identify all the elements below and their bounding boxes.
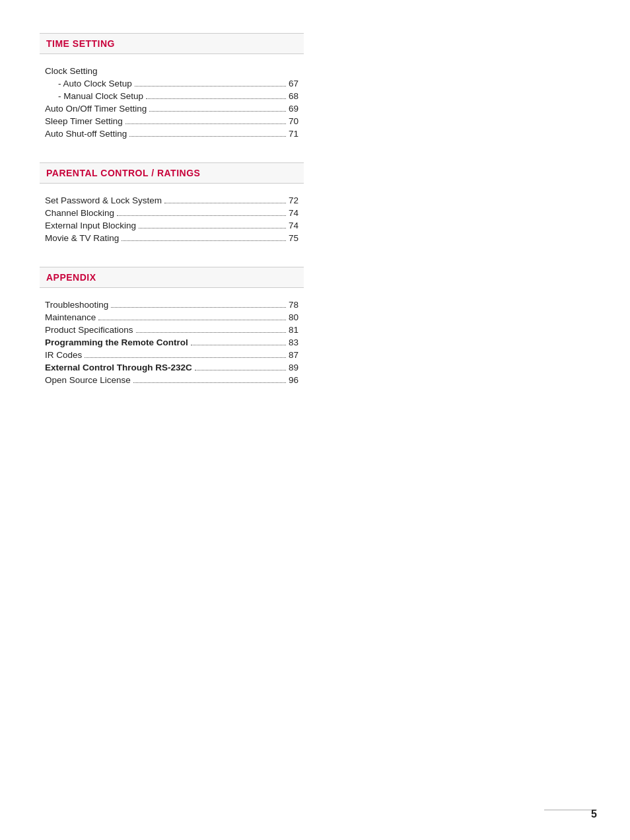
toc-group-parental-control: Set Password & Lock System72Channel Bloc… — [40, 195, 304, 243]
toc-dots — [85, 357, 286, 358]
toc-dots — [149, 111, 286, 112]
toc-dots — [122, 240, 286, 241]
section-title-parental-control: PARENTAL CONTROL / RATINGS — [46, 168, 200, 178]
toc-dots — [136, 332, 286, 333]
toc-dots — [133, 382, 286, 383]
toc-entry-label: Channel Blocking — [45, 208, 114, 218]
toc-entry-label: Auto Shut-off Setting — [45, 129, 127, 139]
section-header-time-setting: TIME SETTING — [40, 33, 304, 54]
toc-page-number: 75 — [289, 233, 298, 243]
page-container: TIME SETTINGClock Setting- Auto Clock Se… — [0, 0, 343, 448]
toc-page-number: 67 — [289, 79, 298, 88]
toc-dots — [129, 136, 286, 137]
toc-entry-label: IR Codes — [45, 350, 82, 360]
toc-dots — [111, 307, 286, 308]
toc-entry-label: Auto On/Off Timer Setting — [45, 104, 147, 114]
toc-dots — [195, 370, 286, 370]
section-parental-control: PARENTAL CONTROL / RATINGSSet Password &… — [40, 162, 304, 243]
toc-entry: Troubleshooting78 — [45, 300, 298, 310]
toc-entry: Set Password & Lock System72 — [45, 195, 298, 205]
toc-dots — [191, 345, 286, 345]
toc-entry: Channel Blocking74 — [45, 208, 298, 218]
page-number: 5 — [591, 808, 597, 820]
toc-entry-label: External Input Blocking — [45, 221, 136, 230]
toc-entry: External Control Through RS-232C89 — [45, 363, 298, 372]
toc-dots — [135, 86, 286, 87]
toc-entry-label: - Auto Clock Setup — [58, 79, 132, 88]
toc-entry: Auto On/Off Timer Setting69 — [45, 104, 298, 114]
toc-entry: External Input Blocking74 — [45, 221, 298, 230]
toc-dots — [125, 123, 286, 124]
toc-entry-label: External Control Through RS-232C — [45, 363, 192, 372]
toc-entry: Auto Shut-off Setting71 — [45, 129, 298, 139]
toc-group-time-setting: Clock Setting- Auto Clock Setup67- Manua… — [40, 66, 304, 139]
toc-entry: Maintenance80 — [45, 312, 298, 322]
toc-entry-label: Set Password & Lock System — [45, 195, 162, 205]
toc-dots — [117, 215, 286, 216]
toc-page-number: 70 — [289, 116, 298, 126]
section-header-appendix: APPENDIX — [40, 267, 304, 288]
toc-entry-label: Sleep Timer Setting — [45, 116, 123, 126]
toc-entry: Product Specifications81 — [45, 325, 298, 335]
toc-entry-label: Product Specifications — [45, 325, 133, 335]
toc-page-number: 81 — [289, 325, 298, 335]
toc-page-number: 71 — [289, 129, 298, 139]
toc-dots — [98, 320, 286, 320]
toc-page-number: 89 — [289, 363, 298, 372]
toc-entry: IR Codes87 — [45, 350, 298, 360]
toc-entry-label: Maintenance — [45, 312, 96, 322]
section-header-parental-control: PARENTAL CONTROL / RATINGS — [40, 162, 304, 184]
section-time-setting: TIME SETTINGClock Setting- Auto Clock Se… — [40, 33, 304, 139]
toc-entry-label: Troubleshooting — [45, 300, 108, 310]
toc-page-number: 72 — [289, 195, 298, 205]
section-appendix: APPENDIXTroubleshooting78Maintenance80Pr… — [40, 267, 304, 385]
section-title-time-setting: TIME SETTING — [46, 38, 115, 49]
bottom-divider — [544, 810, 597, 810]
toc-page-number: 69 — [289, 104, 298, 114]
toc-entry: Open Source License96 — [45, 375, 298, 385]
toc-entry-label: - Manual Clock Setup — [58, 91, 143, 101]
toc-page-number: 87 — [289, 350, 298, 360]
toc-page-number: 74 — [289, 208, 298, 218]
toc-page-number: 80 — [289, 312, 298, 322]
toc-page-number: 74 — [289, 221, 298, 230]
toc-dots — [139, 228, 286, 228]
toc-entry-label: Programming the Remote Control — [45, 337, 188, 347]
toc-dots — [146, 98, 286, 99]
section-title-appendix: APPENDIX — [46, 272, 96, 283]
toc-entry: Programming the Remote Control83 — [45, 337, 298, 347]
toc-entry: - Manual Clock Setup68 — [45, 91, 298, 101]
toc-group-appendix: Troubleshooting78Maintenance80Product Sp… — [40, 300, 304, 385]
toc-dots — [164, 203, 286, 203]
toc-category: Clock Setting — [45, 66, 298, 76]
toc-page-number: 83 — [289, 337, 298, 347]
toc-page-number: 96 — [289, 375, 298, 385]
toc-entry: - Auto Clock Setup67 — [45, 79, 298, 88]
toc-page-number: 68 — [289, 91, 298, 101]
toc-page-number: 78 — [289, 300, 298, 310]
toc-entry-label: Open Source License — [45, 375, 131, 385]
toc-entry: Sleep Timer Setting70 — [45, 116, 298, 126]
toc-entry: Movie & TV Rating75 — [45, 233, 298, 243]
toc-entry-label: Movie & TV Rating — [45, 233, 119, 243]
